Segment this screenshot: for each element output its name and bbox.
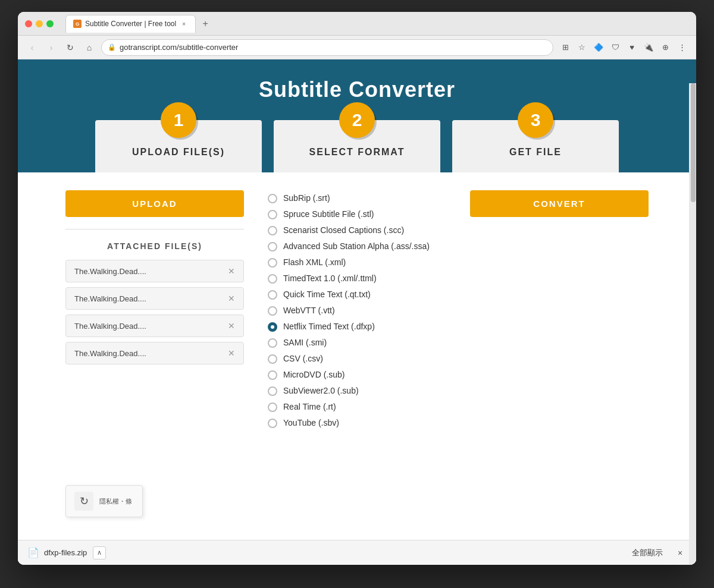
translate-icon[interactable]: ⊞	[558, 40, 572, 55]
minimize-traffic-light[interactable]	[36, 20, 43, 27]
nav-bar: ‹ › ↻ ⌂ 🔒 gotranscript.com/subtitle-conv…	[18, 36, 696, 59]
attached-label: ATTACHED FILE(S)	[65, 241, 244, 251]
format-radio[interactable]	[268, 338, 277, 348]
format-label: Netflix Timed Text (.dfxp)	[283, 322, 375, 331]
format-item[interactable]: Spruce Subtitle File (.stl)	[268, 206, 446, 222]
format-radio[interactable]	[268, 258, 277, 268]
download-bar: 📄 dfxp-files.zip ∧ 全部顯示 ×	[18, 540, 696, 565]
home-button[interactable]: ⌂	[82, 40, 96, 55]
file-remove-button[interactable]: ✕	[228, 321, 235, 331]
step-2-card: 2 SELECT FORMAT	[274, 120, 440, 172]
format-item[interactable]: Quick Time Text (.qt.txt)	[268, 287, 446, 303]
step-2-number: 2	[339, 102, 375, 138]
step-2-label: SELECT FORMAT	[286, 147, 428, 158]
tab-title: Subtitle Converter | Free tool	[85, 20, 176, 28]
step-1-number: 1	[161, 102, 196, 138]
scroll-indicator[interactable]	[689, 83, 696, 565]
format-radio[interactable]	[268, 210, 277, 219]
step-3-card: 3 GET FILE	[452, 120, 619, 172]
divider	[65, 229, 244, 229]
format-radio[interactable]	[268, 194, 277, 203]
page-content: Subtitle Converter 1 UPLOAD FILE(S) 2 SE…	[18, 59, 696, 565]
file-item: The.Walking.Dead....✕	[65, 315, 244, 337]
format-item[interactable]: SAMI (.smi)	[268, 335, 446, 351]
format-radio[interactable]	[268, 370, 277, 380]
close-download-bar-button[interactable]: ×	[674, 546, 687, 559]
format-radio[interactable]	[268, 386, 277, 396]
step-1-label: UPLOAD FILE(S)	[107, 147, 250, 158]
format-item[interactable]: Real Time (.rt)	[268, 399, 446, 415]
format-label: CSV (.csv)	[283, 354, 323, 363]
format-label: WebVTT (.vtt)	[283, 306, 335, 315]
format-item[interactable]: Scenarist Closed Captions (.scc)	[268, 222, 446, 238]
convert-button[interactable]: CONVERT	[470, 190, 649, 217]
bookmark-icon[interactable]: ☆	[575, 40, 589, 55]
page-header: Subtitle Converter 1 UPLOAD FILE(S) 2 SE…	[18, 59, 696, 172]
extension3-icon[interactable]: ♥	[625, 40, 639, 55]
format-label: Advanced Sub Station Alpha (.ass/.ssa)	[283, 241, 430, 251]
forward-button[interactable]: ›	[44, 40, 58, 55]
format-label: SubRip (.srt)	[283, 193, 330, 203]
extension4-icon[interactable]: 🔌	[641, 40, 656, 55]
address-bar[interactable]: 🔒 gotranscript.com/subtitle-converter	[101, 39, 553, 56]
recaptcha-icon: ↻	[74, 492, 93, 511]
format-item[interactable]: YouTube (.sbv)	[268, 415, 446, 431]
active-tab[interactable]: G Subtitle Converter | Free tool ×	[65, 15, 196, 33]
format-item[interactable]: CSV (.csv)	[268, 351, 446, 367]
format-item[interactable]: Flash XML (.xml)	[268, 254, 446, 271]
download-filename: dfxp-files.zip	[44, 548, 87, 557]
format-item[interactable]: WebVTT (.vtt)	[268, 303, 446, 319]
file-name: The.Walking.Dead....	[74, 322, 146, 331]
file-item: The.Walking.Dead....✕	[65, 260, 244, 282]
extension2-icon[interactable]: 🛡	[608, 40, 622, 55]
url-text: gotranscript.com/subtitle-converter	[120, 43, 238, 52]
download-chevron[interactable]: ∧	[93, 546, 106, 559]
file-name: The.Walking.Dead....	[74, 267, 146, 276]
format-radio[interactable]	[268, 290, 277, 300]
format-label: SAMI (.smi)	[283, 338, 327, 347]
file-remove-button[interactable]: ✕	[228, 348, 235, 358]
format-radio[interactable]	[268, 354, 277, 364]
refresh-button[interactable]: ↻	[63, 40, 77, 55]
extension1-icon[interactable]: 🔷	[591, 40, 606, 55]
upload-button[interactable]: UPLOAD	[65, 190, 244, 217]
format-item[interactable]: TimedText 1.0 (.xml/.ttml)	[268, 271, 446, 287]
format-radio[interactable]	[268, 419, 277, 428]
file-icon: 📄	[27, 547, 39, 558]
tab-close-button[interactable]: ×	[180, 20, 188, 28]
browser-titlebar: G Subtitle Converter | Free tool × +	[18, 12, 696, 36]
file-name: The.Walking.Dead....	[74, 294, 146, 303]
format-label: YouTube (.sbv)	[283, 418, 339, 427]
format-radio[interactable]	[268, 306, 277, 316]
browser-window: G Subtitle Converter | Free tool × + ‹ ›…	[18, 12, 696, 565]
file-item: The.Walking.Dead....✕	[65, 287, 244, 310]
menu-icon[interactable]: ⋮	[675, 40, 689, 55]
tab-favicon: G	[73, 20, 82, 28]
show-all-button[interactable]: 全部顯示	[627, 545, 668, 561]
format-item[interactable]: SubRip (.srt)	[268, 190, 446, 206]
back-button[interactable]: ‹	[25, 40, 39, 55]
format-column: SubRip (.srt)Spruce Subtitle File (.stl)…	[256, 172, 458, 449]
format-radio[interactable]	[268, 274, 277, 284]
format-radio[interactable]	[268, 322, 277, 332]
lock-icon: 🔒	[108, 43, 116, 51]
format-item[interactable]: MicroDVD (.sub)	[268, 367, 446, 383]
format-radio[interactable]	[268, 226, 277, 235]
step-1-card: 1 UPLOAD FILE(S)	[95, 120, 262, 172]
format-radio[interactable]	[268, 242, 277, 251]
file-remove-button[interactable]: ✕	[228, 294, 235, 303]
maximize-traffic-light[interactable]	[46, 20, 54, 27]
extension5-icon[interactable]: ⊕	[658, 40, 672, 55]
format-list: SubRip (.srt)Spruce Subtitle File (.stl)…	[268, 190, 446, 431]
format-item[interactable]: Netflix Timed Text (.dfxp)	[268, 319, 446, 335]
new-tab-button[interactable]: +	[198, 17, 212, 31]
tab-bar: G Subtitle Converter | Free tool × +	[65, 15, 212, 33]
download-file: 📄 dfxp-files.zip	[27, 547, 87, 558]
recaptcha-label: 隱私權・條	[99, 497, 132, 506]
format-item[interactable]: SubViewer2.0 (.sub)	[268, 383, 446, 399]
step-3-number: 3	[518, 102, 553, 138]
close-traffic-light[interactable]	[25, 20, 32, 27]
file-remove-button[interactable]: ✕	[228, 266, 235, 276]
format-radio[interactable]	[268, 403, 277, 412]
format-item[interactable]: Advanced Sub Station Alpha (.ass/.ssa)	[268, 238, 446, 254]
